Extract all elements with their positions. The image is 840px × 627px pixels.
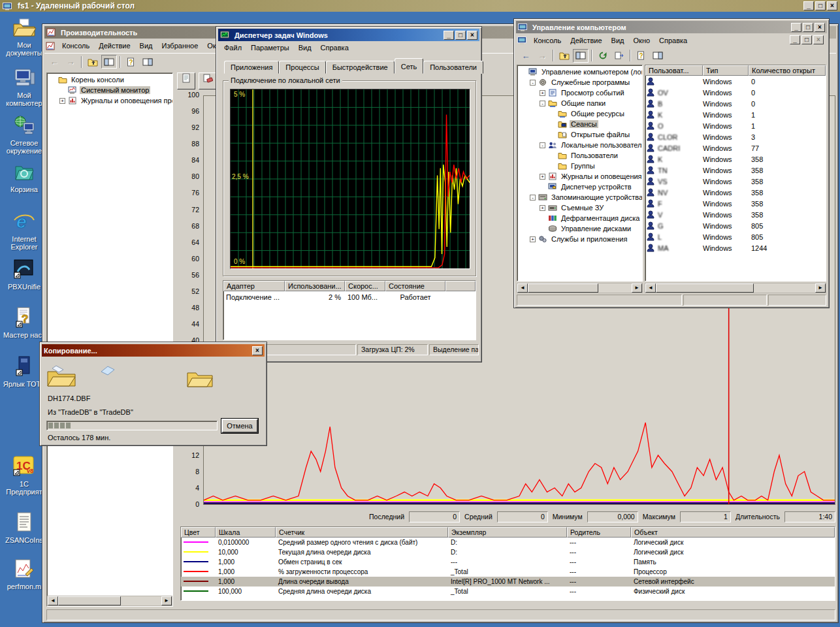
perf-menu-консоль[interactable]: Консоль: [57, 40, 94, 52]
taskmgr-close-button[interactable]: ×: [467, 31, 477, 40]
scroll-right-button[interactable]: ►: [815, 283, 826, 293]
taskmgr-menu-файл[interactable]: Файл: [219, 42, 246, 54]
counter-row[interactable]: 0,0100000Средний размер одного чтения с …: [181, 538, 835, 547]
adapter-row[interactable]: Подключение ... 2 % 100 Мб... Работает: [223, 291, 476, 302]
taskmgr-menu-справка[interactable]: Справка: [316, 42, 353, 54]
desktop-icon-pbx[interactable]: PBXUnifie: [1, 259, 47, 291]
compmgmt-tree-item[interactable]: -Общие папки: [519, 98, 642, 108]
compmgmt-menu-консоль[interactable]: Консоль: [529, 35, 566, 46]
tree-expander-plus[interactable]: +: [540, 90, 545, 96]
compmgmt-minimize-button[interactable]: _: [791, 23, 801, 32]
compmgmt-tree-item[interactable]: Управление компьютером (локаль: [519, 67, 642, 77]
compmgmt-tree-item[interactable]: -Запоминающие устройства: [519, 192, 642, 202]
session-row[interactable]: VWindows358: [645, 209, 826, 220]
compmgmt-tree-item[interactable]: Группы: [519, 161, 642, 171]
desktop-icon-ie[interactable]: eInternet Explorer: [1, 211, 47, 251]
child-close-button[interactable]: ×: [813, 35, 824, 44]
session-row[interactable]: OWindows1: [645, 120, 826, 131]
back-button[interactable]: ←: [518, 49, 534, 63]
compmgmt-tree-item[interactable]: Сеансы: [519, 119, 642, 129]
session-row[interactable]: BWindows0: [645, 98, 826, 109]
scroll-right-button[interactable]: ►: [632, 283, 642, 293]
remote-minimize-button[interactable]: _: [803, 1, 814, 10]
taskmgr-maximize-button[interactable]: □: [455, 31, 466, 40]
perf-menu-вид[interactable]: Вид: [135, 40, 157, 52]
console-tree-hscrollbar[interactable]: ◄ ►: [47, 596, 172, 606]
desktop-icon-perfmon-file[interactable]: perfmon.m: [1, 558, 47, 590]
session-row[interactable]: LWindows805: [645, 231, 826, 242]
counter-row[interactable]: 1,000% загруженности процессора_Total---…: [181, 567, 835, 577]
tab-процессы[interactable]: Процессы: [279, 61, 325, 74]
sessions-column-header[interactable]: Пользоват...: [645, 65, 703, 76]
perf-tree-item[interactable]: Корень консоли: [48, 74, 172, 85]
tree-expander-minus[interactable]: -: [530, 195, 536, 201]
desktop-icon-wizard[interactable]: ?Мастер наст: [1, 307, 47, 339]
sessions-hscrollbar[interactable]: ◄ ►: [645, 283, 826, 293]
session-row[interactable]: GWindows805: [645, 220, 826, 231]
properties-button[interactable]: ?: [123, 55, 139, 69]
show-tree-button[interactable]: [101, 55, 117, 69]
taskmgr-titlebar[interactable]: Диспетчер задач Windows _ □ ×: [218, 29, 479, 41]
session-row[interactable]: CADRIWindows77: [645, 142, 826, 153]
session-row[interactable]: FWindows358: [645, 198, 826, 209]
compmgmt-tree-item[interactable]: +Журналы и оповещения пр: [519, 171, 642, 182]
tree-expander-plus[interactable]: +: [530, 236, 536, 242]
legend-column-header[interactable]: Объект: [631, 527, 835, 538]
compmgmt-tree-item[interactable]: Пользователи: [519, 150, 642, 161]
session-row[interactable]: VSWindows358: [645, 176, 826, 187]
sessions-column-header[interactable]: Тип: [703, 65, 749, 76]
tree-expander-plus[interactable]: +: [59, 98, 65, 104]
compmgmt-tree-item[interactable]: Общие ресурсы: [519, 108, 642, 119]
session-row[interactable]: NVWindows358: [645, 187, 826, 198]
compmgmt-maximize-button[interactable]: □: [803, 23, 813, 32]
compmgmt-menu-действие[interactable]: Действие: [566, 35, 606, 46]
show-hide-pane-button[interactable]: [140, 55, 155, 69]
scroll-left-button[interactable]: ◄: [48, 596, 58, 605]
tab-сеть[interactable]: Сеть: [395, 58, 423, 74]
show-tree-button[interactable]: [573, 49, 589, 63]
legend-column-header[interactable]: Родитель: [567, 527, 631, 538]
compmgmt-tree-item[interactable]: Открытые файлы: [519, 129, 642, 140]
compmgmt-tree-item[interactable]: Дефрагментация диска: [519, 213, 642, 223]
tree-expander-minus[interactable]: -: [540, 101, 545, 106]
adapter-column-header[interactable]: Состояние: [385, 281, 445, 291]
tree-expander-minus[interactable]: -: [540, 142, 545, 148]
tree-expander-plus[interactable]: +: [540, 205, 545, 211]
perf-tree-item[interactable]: +Журналы и оповещения прои: [48, 95, 172, 106]
cancel-button[interactable]: Отмена: [221, 419, 258, 433]
counter-row[interactable]: 10,000Текущая длина очереди дискаD:---Ло…: [181, 547, 835, 557]
up-one-level-button[interactable]: [85, 55, 101, 69]
sessions-column-header[interactable]: Количество открыт: [749, 65, 826, 76]
legend-column-header[interactable]: Счетчик: [276, 527, 448, 538]
perf-menu-избранное[interactable]: Избранное: [157, 40, 203, 52]
session-row[interactable]: CLORWindows3: [645, 131, 826, 142]
session-row[interactable]: OVWindows0: [645, 87, 826, 98]
tree-expander-minus[interactable]: -: [530, 80, 536, 86]
compmgmt-tree-item[interactable]: +Просмотр событий: [519, 88, 642, 98]
tree-expander-plus[interactable]: +: [540, 174, 545, 180]
compmgmt-titlebar[interactable]: Управление компьютером _ □ ×: [516, 21, 827, 33]
desktop-icon-my-documents[interactable]: Мои документы: [1, 17, 47, 57]
compmgmt-tree-item[interactable]: -Служебные программы: [519, 77, 642, 88]
counter-row[interactable]: 1,000Обмен страниц в сек------Память: [181, 557, 835, 567]
clear-display-button[interactable]: [199, 72, 217, 89]
desktop-icon-recycle[interactable]: Корзина: [1, 161, 47, 193]
copy-close-button[interactable]: ×: [252, 346, 263, 355]
taskmgr-menu-параметры[interactable]: Параметры: [246, 42, 294, 54]
remote-maximize-button[interactable]: □: [815, 1, 826, 10]
adapter-column-header[interactable]: Адаптер: [223, 281, 285, 291]
perf-tree-item[interactable]: Системный монитор: [48, 85, 172, 95]
new-counter-set-button[interactable]: [177, 72, 195, 89]
scroll-thumb[interactable]: [58, 596, 121, 605]
compmgmt-tree-item[interactable]: +Съемные ЗУ: [519, 202, 642, 213]
refresh-button[interactable]: [595, 49, 611, 63]
taskmgr-minimize-button[interactable]: _: [444, 31, 454, 40]
compmgmt-tree-item[interactable]: Диспетчер устройств: [519, 182, 642, 192]
up-one-level-button[interactable]: [557, 49, 572, 63]
legend-column-header[interactable]: Цвет: [181, 527, 216, 538]
forward-button[interactable]: →: [63, 55, 78, 69]
compmgmt-tree-hscrollbar[interactable]: ◄ ►: [517, 283, 643, 293]
compmgmt-tree-item[interactable]: +Службы и приложения: [519, 234, 642, 244]
legend-column-header[interactable]: Экземпляр: [448, 527, 567, 538]
perf-menu-действие[interactable]: Действие: [94, 40, 135, 52]
